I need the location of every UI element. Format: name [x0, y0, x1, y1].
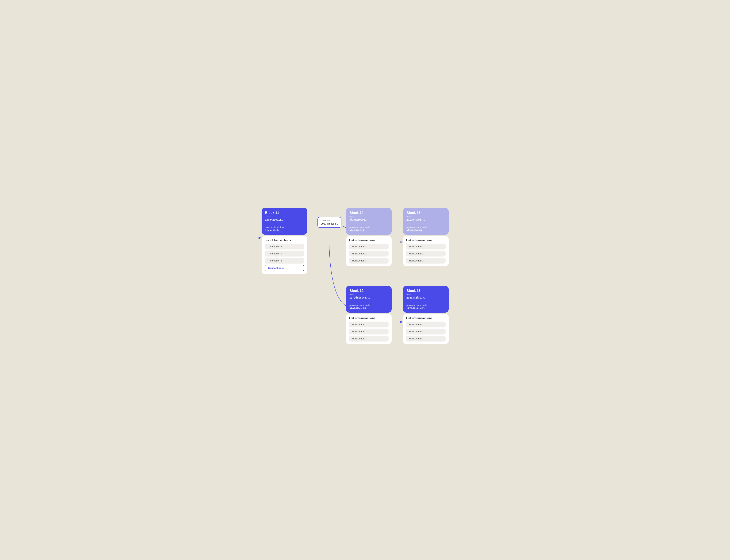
block-12-top-tx-1: Transaction 1	[349, 244, 388, 249]
block-12-top: Block 12 hash af048a500e2... previous bl…	[346, 208, 391, 266]
block-13-top-tx-3: Transaction 3	[406, 258, 445, 264]
block-13-top-tx-2: Transaction 2	[406, 251, 445, 257]
block-12-top-transactions: List of transactions Transaction 1 Trans…	[346, 236, 391, 266]
block-11-tx-1: Transaction 1	[265, 244, 304, 249]
block-12-bottom-hash-value: 1972d8b8b483...	[350, 296, 388, 299]
block-13-top-prev-label: previous block hash	[406, 226, 445, 229]
block-12-top-prev-label: previous block hash	[350, 226, 388, 229]
block-13-top: Block 13 hash 20100439567... previous bl…	[403, 208, 449, 266]
block-12-bottom-title: Block 12	[350, 289, 388, 293]
block-12-top-tx-3: Transaction 3	[349, 258, 388, 264]
block-12-bottom: Block 12 hash 1972d8b8b483... previous b…	[346, 286, 391, 344]
block-13-top-tx-1: Transaction 1	[406, 244, 445, 249]
block-11-header: Block 11 hash a8c542c5211...	[262, 208, 307, 224]
block-13-bottom-hash-value: 29a13b2fbb7a...	[406, 296, 445, 299]
block-11-tx-3: Transaction 3	[265, 258, 304, 264]
block-11-tx-title: List of transactions	[265, 238, 304, 242]
block-13-top-title: Block 13	[406, 211, 445, 215]
newhash-to-block12bottom	[329, 231, 348, 311]
blockchain-diagram: Block 11 hash a8c542c5211... previous bl…	[255, 196, 475, 364]
block-12-bottom-tx-2: Transaction 2	[349, 329, 388, 334]
block-11-prev-label: previous block hash	[265, 226, 304, 229]
block-12-bottom-tx-1: Transaction 1	[349, 322, 388, 327]
block-11-title: Block 11	[265, 211, 304, 215]
block-12-top-tx-2: Transaction 2	[349, 251, 388, 257]
block-11: Block 11 hash a8c542c5211... previous bl…	[262, 208, 307, 274]
block-12-top-header: Block 12 hash af048a500e2...	[346, 208, 391, 224]
block-12-bottom-transactions: List of transactions Transaction 1 Trans…	[346, 314, 391, 344]
block-13-bottom-tx-title: List of transactions	[406, 316, 445, 320]
block-11-hash-value: a8c542c5211...	[265, 218, 304, 221]
block-12-top-tx-title: List of transactions	[349, 238, 388, 242]
block-13-top-hash-value: 20100439567...	[406, 218, 445, 221]
block-12-bottom-prev-value: 99e747b4c84...	[350, 307, 388, 310]
block-12-bottom-prev: previous block hash 99e747b4c84...	[346, 302, 391, 313]
new-hash-value: 99e747b4c84...	[321, 222, 338, 226]
block-12-bottom-tx-3: Transaction 3	[349, 336, 388, 342]
block-13-top-header: Block 13 hash 20100439567...	[403, 208, 449, 224]
block-13-bottom-title: Block 13	[406, 289, 445, 293]
block-13-bottom-transactions: List of transactions Transaction 1 Trans…	[403, 314, 449, 344]
block-12-bottom-header: Block 12 hash 1972d8b8b483...	[346, 286, 391, 302]
new-hash-label: new hash	[321, 219, 338, 222]
block-13-bottom-tx-3: Transaction 3	[406, 336, 445, 342]
block-13-top-hash-label: hash	[406, 215, 445, 218]
block-13-top-tx-title: List of transactions	[406, 238, 445, 242]
block-11-prev-value: 21aa42bcbb...	[265, 229, 304, 232]
block-13-bottom-header: Block 13 hash 29a13b2fbb7a...	[403, 286, 449, 302]
block-12-top-title: Block 12	[350, 211, 388, 215]
block-13-bottom-prev-label: previous block hash	[406, 304, 445, 307]
block-13-bottom-tx-2: Transaction 2	[406, 329, 445, 334]
block-11-tx-2: Transaction 2	[265, 251, 304, 257]
block-12-top-hash-label: hash	[350, 215, 388, 218]
block-12-top-prev-value: a8c542c5211...	[350, 229, 388, 232]
block-12-bottom-tx-title: List of transactions	[349, 316, 388, 320]
block-13-bottom-prev: previous block hash 1972d8b8b483...	[403, 302, 449, 313]
block-12-top-hash-value: af048a500e2...	[350, 218, 388, 221]
block-13-top-prev-value: af048a500e2...	[406, 229, 445, 232]
block-11-hash-label: hash	[265, 215, 304, 218]
block-12-bottom-prev-label: previous block hash	[350, 304, 388, 307]
block-13-bottom-prev-value: 1972d8b8b483...	[406, 307, 445, 310]
block-12-bottom-hash-label: hash	[350, 293, 388, 296]
block-13-top-transactions: List of transactions Transaction 1 Trans…	[403, 236, 449, 266]
block-11-tx-4: Transaction 4	[265, 265, 304, 271]
block-13-bottom-tx-1: Transaction 1	[406, 322, 445, 327]
block-11-transactions: List of transactions Transaction 1 Trans…	[262, 236, 307, 274]
block-11-prev: previous block hash 21aa42bcbb...	[262, 224, 307, 235]
block-13-bottom: Block 13 hash 29a13b2fbb7a... previous b…	[403, 286, 449, 344]
new-hash-bubble: new hash 99e747b4c84...	[318, 217, 342, 228]
block-12-top-prev: previous block hash a8c542c5211...	[346, 224, 391, 235]
block-13-top-prev: previous block hash af048a500e2...	[403, 224, 449, 235]
block-13-bottom-hash-label: hash	[406, 293, 445, 296]
